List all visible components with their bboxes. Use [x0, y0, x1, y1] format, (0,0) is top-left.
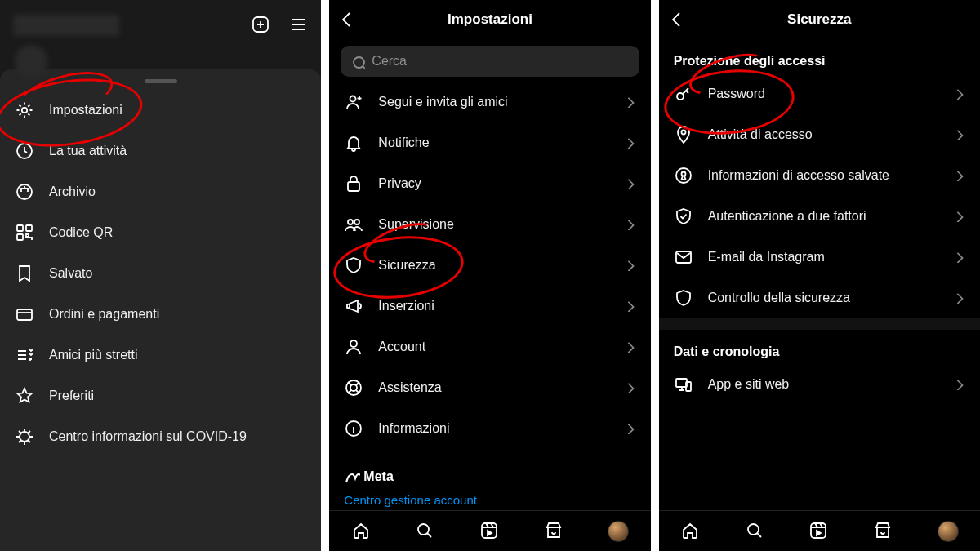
chevron-right-icon: [954, 211, 965, 222]
sheet-grabber[interactable]: [145, 79, 177, 83]
section-login-security: Protezione degli accessi: [659, 39, 980, 73]
profile-header: [0, 0, 321, 69]
tab-search-icon[interactable]: [745, 521, 766, 542]
security-item-0[interactable]: Password: [659, 73, 980, 114]
settings-search[interactable]: Cerca: [341, 46, 639, 77]
menu-item-label: Account: [378, 340, 609, 354]
menu-item-label: Amici più stretti: [49, 348, 306, 362]
settings-sheet: ImpostazioniLa tua attivitàArchivioCodic…: [0, 69, 321, 551]
tab-reels-icon[interactable]: [479, 521, 501, 542]
sheet-item-8[interactable]: Centro informazioni sul COVID-19: [0, 416, 321, 457]
shield-icon: [344, 256, 363, 275]
settings-item-5[interactable]: Inserzioni: [329, 286, 650, 327]
lock-icon: [344, 174, 363, 193]
settings-item-2[interactable]: Privacy: [329, 163, 650, 204]
bell-icon: [344, 133, 363, 153]
personplus-icon: [344, 92, 363, 112]
menu-item-label: Assistenza: [378, 380, 609, 395]
menu-item-label: Sicurezza: [378, 258, 609, 273]
tab-home-icon[interactable]: [680, 521, 702, 542]
hamburger-menu-icon[interactable]: [288, 15, 310, 36]
chevron-right-icon: [954, 251, 965, 263]
shield-icon: [674, 288, 693, 308]
security-data-item-0[interactable]: App e siti web: [659, 364, 980, 405]
menu-item-label: App e siti web: [708, 377, 939, 392]
sheet-item-1[interactable]: La tua attività: [0, 131, 321, 171]
meta-section: Meta Centro gestione account: [329, 457, 650, 510]
gear-icon: [15, 100, 34, 120]
tab-shop-icon[interactable]: [873, 521, 894, 542]
chevron-right-icon: [625, 178, 636, 189]
meta-logo: Meta: [344, 469, 635, 485]
settings-item-8[interactable]: Informazioni: [329, 408, 650, 449]
security-header: Sicurezza: [659, 0, 980, 39]
menu-item-label: Preferiti: [49, 389, 306, 403]
chevron-right-icon: [625, 219, 636, 230]
security-item-4[interactable]: E-mail da Instagram: [659, 237, 980, 278]
security-item-1[interactable]: Attività di accesso: [659, 114, 980, 155]
accounts-center-link[interactable]: Centro gestione account: [344, 485, 635, 507]
settings-header: Impostazioni: [329, 0, 650, 39]
menu-item-label: Archivio: [49, 184, 306, 199]
chevron-right-icon: [954, 88, 965, 100]
lifebuoy-icon: [344, 378, 363, 398]
settings-item-1[interactable]: Notifiche: [329, 122, 650, 163]
menu-item-label: Codice QR: [49, 225, 306, 240]
sheet-item-2[interactable]: Archivio: [0, 171, 321, 212]
menu-item-label: Ordini e pagamenti: [49, 307, 306, 322]
qr-icon: [15, 223, 34, 242]
star-icon: [15, 386, 34, 406]
mail-icon: [674, 247, 693, 267]
settings-item-7[interactable]: Assistenza: [329, 367, 650, 408]
menu-item-label: Centro informazioni sul COVID-19: [49, 429, 306, 444]
settings-item-4[interactable]: Sicurezza: [329, 245, 650, 286]
menu-item-label: Privacy: [378, 176, 609, 191]
tab-bar: [659, 510, 980, 551]
sheet-item-7[interactable]: Preferiti: [0, 375, 321, 416]
tab-search-icon[interactable]: [415, 521, 436, 542]
chevron-right-icon: [625, 300, 636, 312]
chevron-right-icon: [625, 341, 636, 353]
security-pane: Sicurezza Protezione degli accessi Passw…: [659, 0, 980, 551]
page-title: Sicurezza: [787, 11, 851, 28]
closefriends-icon: [15, 345, 34, 365]
sheet-item-3[interactable]: Codice QR: [0, 212, 321, 253]
people-icon: [344, 215, 363, 234]
settings-item-3[interactable]: Supervisione: [329, 204, 650, 245]
back-icon[interactable]: [337, 10, 357, 29]
meta-brand-text: Meta: [363, 469, 393, 484]
create-post-icon[interactable]: [251, 15, 272, 36]
settings-pane: Impostazioni Cerca Segui e invita gli am…: [329, 0, 650, 551]
chevron-right-icon: [625, 382, 636, 393]
tab-profile-avatar[interactable]: [938, 521, 959, 542]
megaphone-icon: [344, 296, 363, 316]
tab-shop-icon[interactable]: [544, 521, 565, 542]
security-item-5[interactable]: Controllo della sicurezza: [659, 278, 980, 318]
settings-item-0[interactable]: Segui e invita gli amici: [329, 82, 650, 122]
sheet-item-5[interactable]: Ordini e pagamenti: [0, 294, 321, 335]
sheet-item-6[interactable]: Amici più stretti: [0, 335, 321, 375]
back-icon[interactable]: [667, 10, 687, 29]
tab-reels-icon[interactable]: [808, 521, 830, 542]
menu-item-label: Inserzioni: [378, 299, 609, 313]
security-item-3[interactable]: Autenticazione a due fattori: [659, 196, 980, 237]
search-placeholder: Cerca: [372, 54, 407, 69]
security-item-2[interactable]: Informazioni di accesso salvate: [659, 155, 980, 196]
menu-item-label: Controllo della sicurezza: [708, 291, 939, 305]
person-icon: [344, 337, 363, 357]
tab-home-icon[interactable]: [351, 521, 372, 542]
chevron-right-icon: [954, 292, 965, 304]
sheet-item-0[interactable]: Impostazioni: [0, 90, 321, 131]
sheet-item-4[interactable]: Salvato: [0, 253, 321, 294]
chevron-right-icon: [625, 137, 636, 149]
card-icon: [15, 304, 34, 324]
menu-item-label: Salvato: [49, 266, 306, 281]
page-title: Impostazioni: [448, 11, 532, 28]
settings-item-6[interactable]: Account: [329, 327, 650, 367]
chevron-right-icon: [954, 379, 965, 390]
tab-bar: [329, 510, 650, 551]
activity-icon: [15, 141, 34, 161]
chevron-right-icon: [954, 129, 965, 140]
tab-profile-avatar[interactable]: [608, 521, 629, 542]
menu-item-label: Informazioni di accesso salvate: [708, 168, 939, 183]
